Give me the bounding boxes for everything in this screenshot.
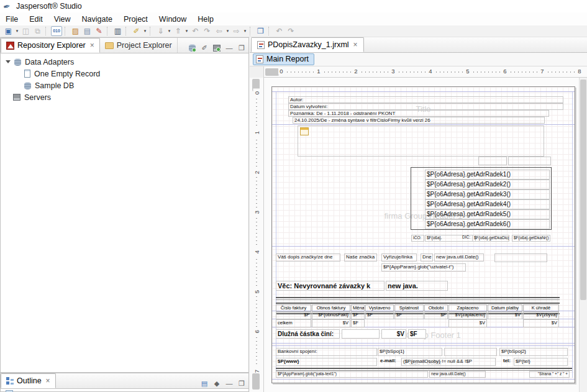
tab-project-explorer[interactable]: Project Explorer (100, 38, 178, 53)
maximize-icon[interactable]: ❐ (236, 43, 247, 53)
menu-window[interactable]: Window (153, 14, 192, 25)
close-icon[interactable]: × (45, 376, 50, 385)
undo-icon[interactable]: ↶ (274, 26, 284, 36)
report-field-poznamka[interactable]: Poznámka: De - 1.11.2018 - odstranění PK… (288, 110, 549, 117)
date-expression[interactable]: new java.util.Date() (434, 253, 484, 262)
menu-edit[interactable]: Edit (24, 14, 48, 25)
report-field-datum[interactable]: Datum vytvoření: (288, 103, 563, 110)
image-element[interactable] (298, 125, 544, 157)
address-line[interactable]: $P{o6Adresa}.getAdrRadek4() (425, 199, 550, 209)
report-image-icon[interactable]: ▨ (70, 26, 81, 36)
cube-icon[interactable]: ◆ (211, 378, 222, 388)
maximize-icon[interactable]: ❐ (236, 378, 247, 388)
dataset-icon[interactable]: ▥ (112, 26, 123, 36)
report-field-poznamka2[interactable]: 24.10.2025/De - změna syntaxe v filtrCis… (293, 117, 545, 124)
tree-item-data-adapters[interactable]: Data Adapters (1, 56, 248, 68)
vertical-scrollbar[interactable] (579, 78, 587, 392)
debt-field[interactable]: $F (408, 329, 426, 339)
menu-view[interactable]: View (48, 14, 76, 25)
breadcrumb-main-report[interactable]: Main Report (253, 53, 314, 65)
ref-label-vas-dopis[interactable]: Váš dopis značky/ze dne (276, 253, 340, 262)
save-all-icon[interactable]: ⧉ (32, 26, 43, 36)
bspoj2-expression[interactable]: $P{bSpoj2} (499, 348, 568, 356)
address-line[interactable]: $P{o6Adresa}.getAdrRadek6() (425, 219, 550, 229)
new-wizard-caret-icon[interactable]: ▾ (14, 29, 20, 34)
import-icon[interactable]: ⇓ (155, 26, 166, 36)
tab-outline[interactable]: Outline × (1, 373, 56, 388)
www-expression[interactable]: $P{www} (276, 358, 377, 366)
footer-date-expression[interactable]: new java.util.Date() (429, 371, 486, 378)
menu-navigate[interactable]: Navigate (76, 14, 118, 25)
ref-label-dne[interactable]: Dne (421, 253, 433, 262)
database-add-icon[interactable]: ▤ (82, 26, 93, 36)
address-line[interactable]: $P{o6Adresa}.getAdrRadek1() (425, 170, 550, 180)
email-label[interactable]: e-mail: (379, 358, 400, 366)
back-caret-icon[interactable]: ▾ (225, 29, 230, 34)
address-line[interactable]: $P{o6Adresa}.getAdrRadek2() (425, 180, 550, 189)
close-icon[interactable]: × (89, 41, 94, 50)
tree-item-servers[interactable]: Servers (1, 91, 248, 103)
ico-label[interactable]: IČO: (411, 235, 424, 242)
tree-item-sample-db[interactable]: Sample DB (1, 80, 248, 91)
pata-expression[interactable]: $P{AppParam}.glob("pata-text1") (276, 371, 428, 378)
empty-field[interactable] (508, 157, 551, 165)
menu-help[interactable]: Help (192, 14, 219, 25)
redo-icon[interactable]: ↷ (286, 26, 296, 36)
tree-item-one-empty-record[interactable]: One Empty Record (1, 68, 248, 80)
menu-project[interactable]: Project (118, 14, 153, 25)
compile-wand-caret-icon[interactable]: ▾ (142, 29, 148, 34)
empty-field[interactable] (478, 157, 507, 165)
create-datasource-icon[interactable] (186, 43, 198, 53)
import-caret-icon[interactable]: ▾ (166, 29, 172, 34)
prev-annotation-icon[interactable]: ↶ (190, 26, 201, 36)
chevron-down-icon[interactable] (6, 60, 11, 63)
table-total-row[interactable]: celkem $V $F $V $V (276, 319, 560, 327)
collapse-tree-icon[interactable]: ▤ (199, 378, 210, 388)
subject-label[interactable]: Věc: Nevyrovnané závazky k (276, 281, 385, 291)
bank-label[interactable]: Bankovní spojení: (276, 348, 377, 356)
table-detail-row[interactable]: $F $F{obnosFakt} $F $F $F $F $V{zaplacen… (276, 311, 560, 319)
strana-expression[interactable]: "Strana " +" z " + (529, 371, 570, 378)
export-icon[interactable]: ⇑ (173, 26, 183, 36)
datasource-010-icon[interactable]: 010 (51, 26, 62, 36)
tel-expression[interactable]: $P{tel} (514, 358, 568, 366)
save-icon[interactable]: ◫ (20, 26, 31, 36)
design-canvas[interactable]: Title Autor: Datum vytvoření: Poznámka: … (264, 78, 579, 392)
report-field-autor[interactable]: Autor: (288, 96, 563, 103)
minimize-icon[interactable]: — (224, 378, 235, 388)
subject-expression[interactable]: new java. (386, 281, 448, 291)
empty-field[interactable] (444, 348, 497, 356)
style-edit-icon[interactable]: ✎ (94, 26, 104, 36)
minimize-icon[interactable]: — (224, 43, 235, 53)
forward-caret-icon[interactable]: ▾ (242, 29, 248, 34)
tab-repository-explorer[interactable]: Repository Explorer × (1, 38, 100, 53)
compile-wand-icon[interactable]: ✐ (131, 26, 142, 36)
open-editor-icon[interactable]: ❐ (255, 26, 266, 36)
address-line[interactable]: $P{o6Adresa}.getAdrRadek3() (425, 189, 550, 199)
debt-label[interactable]: Dlužná částka činí: (276, 329, 340, 339)
ref-label-nase-znacka[interactable]: Naše značka (344, 253, 377, 262)
next-annotation-icon[interactable]: ↷ (202, 26, 212, 36)
ref-label-vyrizuje[interactable]: Vyřizuje/linka (381, 253, 417, 262)
forward-icon[interactable]: ⇨ (231, 26, 242, 36)
email-expression[interactable]: ($P{emailOsoby} != null && !$P (401, 358, 496, 366)
tel-label[interactable]: tel: (502, 358, 513, 366)
scrollbar-thumb[interactable] (580, 80, 586, 300)
empty-field[interactable] (494, 253, 547, 262)
new-wizard-icon[interactable]: ▣ (3, 26, 14, 36)
report-page[interactable]: Title Autor: Datum vytvoření: Poznámka: … (271, 86, 575, 383)
create-server-icon[interactable] (211, 43, 222, 53)
dic-label[interactable]: DIČ: (461, 235, 472, 242)
wand-icon[interactable]: ✐ (199, 43, 210, 53)
menu-file[interactable]: File (0, 14, 24, 25)
close-icon[interactable]: × (352, 40, 358, 49)
address-line[interactable]: $P{o6Adresa}.getAdrRadek5() (425, 209, 550, 219)
dkanr-value[interactable]: $F{o6a}.getDkaNr() (512, 235, 550, 242)
tab-pdopiszavazky[interactable]: PDopisZavazky_1.jrxml × (251, 37, 364, 52)
user-expression[interactable]: $P{AppParam}.glob("uzivatel-t") (381, 263, 466, 271)
back-icon[interactable]: ⇦ (214, 26, 224, 36)
dic-value[interactable]: $F{o6a}.getDkaDic() (472, 235, 509, 242)
export-caret-icon[interactable]: ▾ (184, 29, 189, 34)
empty-field[interactable] (342, 329, 380, 339)
debt-variable[interactable]: $V (381, 329, 406, 339)
